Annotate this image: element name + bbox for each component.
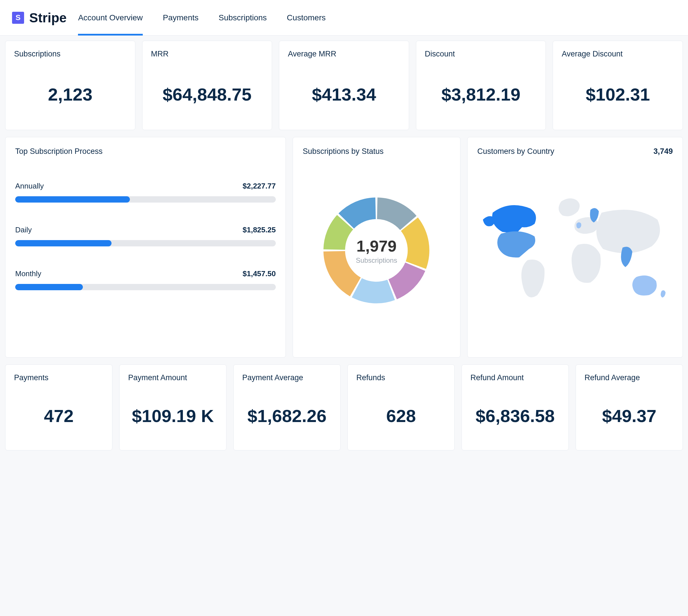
stat-label: Refund Amount [470,373,560,382]
bar-fill [15,240,111,246]
bar-fill [15,284,83,290]
tab-subscriptions[interactable]: Subscriptions [219,0,267,35]
map-region-india [621,247,632,267]
map-region-south-america [521,260,545,298]
card-top-subscription-process: Top Subscription Process Annually $2,227… [5,137,286,357]
card-title: Customers by Country [477,147,554,156]
kpi-value: $64,848.75 [151,84,263,105]
topbar: S Stripe Account Overview Payments Subsc… [0,0,688,36]
stat-label: Payment Amount [128,373,218,382]
kpi-value: $413.34 [288,84,400,105]
bar-track [15,284,276,290]
map-region-new-zealand [661,290,666,298]
stat-label: Payments [14,373,104,382]
card-subscriptions-by-status: Subscriptions by Status 1,979 Subscripti… [293,137,460,357]
bar-fill [15,196,130,202]
kpi-discount: Discount $3,812.19 [416,41,546,130]
stat-refunds: Refunds 628 [347,365,455,450]
bar-monthly: Monthly $1,457.50 [15,269,276,290]
bar-value: $1,457.50 [242,269,276,278]
card-title: Subscriptions by Status [303,147,450,156]
tab-account-overview[interactable]: Account Overview [78,0,143,35]
map-region-australia [632,276,657,296]
kpi-label: Average Discount [562,49,674,59]
bar-track [15,240,276,246]
tab-payments[interactable]: Payments [163,0,199,35]
mid-row: Top Subscription Process Annually $2,227… [5,137,683,357]
map-region-canada [492,205,536,233]
bar-label: Annually [15,182,44,191]
country-count: 3,749 [653,147,673,156]
tab-customers[interactable]: Customers [287,0,326,35]
map-region-alaska [483,216,495,226]
stat-value: $109.19 K [128,406,218,426]
bar-label: Monthly [15,269,41,278]
stat-label: Refunds [356,373,446,382]
kpi-label: MRR [151,49,263,59]
bar-label: Daily [15,225,32,234]
world-map-svg [477,156,673,342]
bar-value: $2,227.77 [242,182,276,191]
stat-payment-average: Payment Average $1,682.26 [233,365,341,450]
kpi-label: Subscriptions [14,49,126,59]
brand: S Stripe [12,10,66,25]
stat-refund-average: Refund Average $49.37 [576,365,683,450]
map-region-africa [572,244,601,283]
kpi-average-discount: Average Discount $102.31 [553,41,683,130]
donut-slice [352,278,395,303]
map-region-greenland [559,198,580,216]
stat-refund-amount: Refund Amount $6,836.58 [461,365,569,450]
stat-label: Payment Average [242,373,332,382]
kpi-mrr: MRR $64,848.75 [142,41,272,130]
map-region-asia [596,210,660,253]
stat-payment-amount: Payment Amount $109.19 K [119,365,227,450]
brand-name: Stripe [29,10,66,25]
bar-track [15,196,276,202]
card-title: Top Subscription Process [15,147,276,156]
bar-daily: Daily $1,825.25 [15,225,276,246]
stat-payments: Payments 472 [5,365,112,450]
stat-value: $49.37 [584,406,674,426]
kpi-subscriptions: Subscriptions 2,123 [5,41,135,130]
donut-center-value: 1,979 [356,237,397,255]
donut-center-label: Subscriptions [356,257,397,264]
brand-logo-icon: S [12,12,24,24]
donut-slice [324,251,361,296]
page: Subscriptions 2,123 MRR $64,848.75 Avera… [0,36,688,469]
kpi-row: Subscriptions 2,123 MRR $64,848.75 Avera… [5,41,683,130]
nav-tabs: Account Overview Payments Subscriptions … [78,0,326,35]
bar-value: $1,825.25 [242,225,276,234]
bar-list: Annually $2,227.77 Daily $1,825.25 [15,182,276,290]
bar-annually: Annually $2,227.77 [15,182,276,202]
card-customers-by-country: Customers by Country 3,749 [467,137,683,357]
kpi-value: 2,123 [14,84,126,105]
kpi-average-mrr: Average MRR $413.34 [279,41,409,130]
stat-value: $1,682.26 [242,406,332,426]
kpi-label: Average MRR [288,49,400,59]
stats-row: Payments 472 Payment Amount $109.19 K Pa… [5,365,683,450]
kpi-label: Discount [425,49,537,59]
donut-center: 1,979 Subscriptions [356,237,397,264]
stat-value: 628 [356,406,446,426]
kpi-value: $3,812.19 [425,84,537,105]
stat-value: $6,836.58 [470,406,560,426]
map-region-usa [497,232,535,258]
kpi-value: $102.31 [562,84,674,105]
stat-value: 472 [14,406,104,426]
donut-chart: 1,979 Subscriptions [303,156,450,345]
donut-slice [389,262,425,299]
stat-label: Refund Average [584,373,674,382]
world-map [477,156,673,342]
